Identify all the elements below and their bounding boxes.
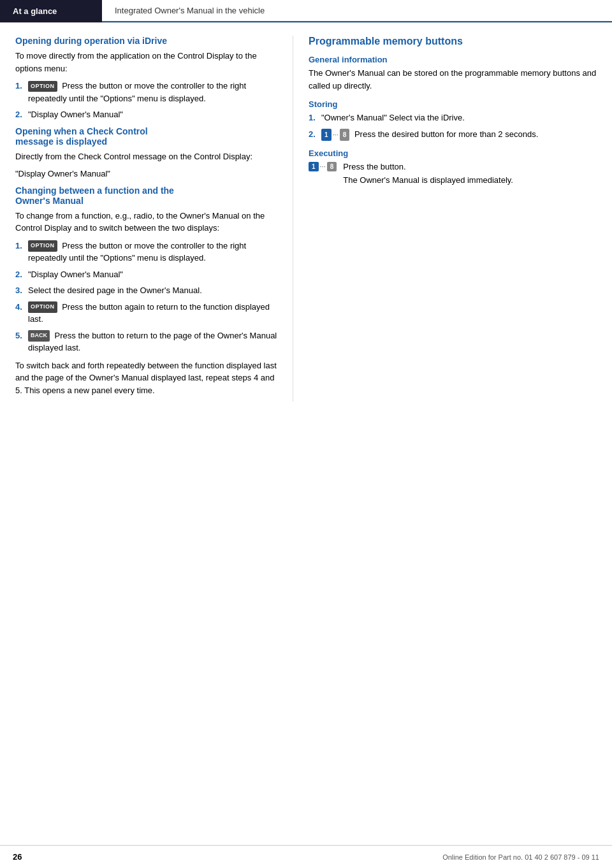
option-button-icon: OPTION bbox=[28, 301, 57, 313]
step-number: 2. bbox=[15, 108, 28, 121]
memory-button-icon-exec: 1 ··· 8 bbox=[309, 162, 337, 171]
list-item: 2. "Display Owner's Manual" bbox=[15, 108, 280, 121]
section-opening-idrive-title: Opening during operation via iDrive bbox=[15, 36, 280, 46]
executing-text1: Press the button. bbox=[343, 161, 513, 173]
left-column: Opening during operation via iDrive To m… bbox=[0, 36, 293, 401]
mem8-icon: 8 bbox=[340, 129, 350, 141]
step-number: 1. bbox=[309, 112, 321, 124]
section-check-control-quote: "Display Owner's Manual" bbox=[15, 168, 280, 180]
mem1-exec-icon: 1 bbox=[309, 162, 319, 171]
subsection-general-info: General information The Owner's Manual c… bbox=[309, 55, 599, 92]
subsection-storing: Storing 1. "Owner's Manual" Select via t… bbox=[309, 99, 599, 141]
subsection-general-info-text: The Owner's Manual can be stored on the … bbox=[309, 67, 599, 92]
option-button-icon: OPTION bbox=[28, 240, 57, 252]
step-number: 1. bbox=[15, 80, 28, 92]
step-content: "Display Owner's Manual" bbox=[28, 108, 280, 121]
section-check-control: Opening when a Check Controlmessage is d… bbox=[15, 126, 280, 180]
list-item: 2. 1 ··· 8 Press the desired button for … bbox=[309, 128, 599, 141]
page-header: At a glance Integrated Owner's Manual in… bbox=[0, 0, 612, 23]
section-changing-function-footer: To switch back and forth repeatedly betw… bbox=[15, 359, 280, 397]
option-button-icon: OPTION bbox=[28, 81, 57, 92]
page-wrapper: At a glance Integrated Owner's Manual in… bbox=[0, 0, 612, 868]
section-opening-idrive-steps: 1. OPTION Press the button or move the c… bbox=[15, 80, 280, 121]
step-number: 3. bbox=[15, 284, 28, 297]
step-number: 1. bbox=[15, 240, 28, 252]
back-button-icon: BACK bbox=[28, 330, 50, 342]
step-content: OPTION Press the button again to return … bbox=[28, 301, 280, 326]
main-content: Opening during operation via iDrive To m… bbox=[0, 23, 612, 414]
mem-dots-icon: ··· bbox=[333, 129, 339, 140]
list-item: 5. BACK Press the button to return to th… bbox=[15, 329, 280, 354]
list-item: 1. OPTION Press the button or move the c… bbox=[15, 240, 280, 264]
executing-text: Press the button. The Owner's Manual is … bbox=[343, 161, 513, 192]
step-content: OPTION Press the button or move the cont… bbox=[28, 80, 280, 105]
subsection-executing: Executing 1 ··· 8 Press the button. The … bbox=[309, 148, 599, 192]
executing-content: 1 ··· 8 Press the button. The Owner's Ma… bbox=[309, 161, 599, 192]
section-changing-function-title: Changing between a function and theOwner… bbox=[15, 185, 280, 206]
mem1-icon: 1 bbox=[321, 129, 332, 141]
header-right-tab: Integrated Owner's Manual in the vehicle bbox=[102, 0, 612, 22]
step-number: 2. bbox=[309, 128, 321, 141]
header-left-tab: At a glance bbox=[0, 0, 102, 22]
page-footer: 26 Online Edition for Part no. 01 40 2 6… bbox=[0, 845, 612, 868]
step-content: Select the desired page in the Owner's M… bbox=[28, 284, 280, 297]
section-programmable-memory: Programmable memory buttons General info… bbox=[309, 36, 599, 192]
footer-text: Online Edition for Part no. 01 40 2 607 … bbox=[442, 853, 599, 861]
subsection-storing-steps: 1. "Owner's Manual" Select via the iDriv… bbox=[309, 112, 599, 141]
header-right-label: Integrated Owner's Manual in the vehicle bbox=[115, 6, 265, 15]
list-item: 1. OPTION Press the button or move the c… bbox=[15, 80, 280, 105]
subsection-general-info-title: General information bbox=[309, 55, 599, 64]
list-item: 3. Select the desired page in the Owner'… bbox=[15, 284, 280, 297]
header-left-label: At a glance bbox=[13, 6, 57, 16]
executing-text2: The Owner's Manual is displayed immediat… bbox=[343, 174, 513, 187]
mem8-exec-icon: 8 bbox=[327, 162, 337, 171]
step-content: 1 ··· 8 Press the desired button for mor… bbox=[321, 128, 599, 141]
mem-dots-exec-icon: ··· bbox=[320, 163, 326, 170]
section-opening-idrive-intro: To move directly from the application on… bbox=[15, 50, 280, 75]
section-check-control-title: Opening when a Check Controlmessage is d… bbox=[15, 126, 280, 147]
section-programmable-title: Programmable memory buttons bbox=[309, 36, 599, 47]
list-item: 4. OPTION Press the button again to retu… bbox=[15, 301, 280, 326]
step-content: "Owner's Manual" Select via the iDrive. bbox=[321, 112, 599, 124]
step-number: 2. bbox=[15, 268, 28, 281]
step-content: BACK Press the button to return to the p… bbox=[28, 329, 280, 354]
footer-page-number: 26 bbox=[13, 852, 22, 862]
section-opening-idrive: Opening during operation via iDrive To m… bbox=[15, 36, 280, 121]
step-content: OPTION Press the button or move the cont… bbox=[28, 240, 280, 264]
subsection-executing-title: Executing bbox=[309, 148, 599, 158]
subsection-storing-title: Storing bbox=[309, 99, 599, 109]
section-changing-function-steps: 1. OPTION Press the button or move the c… bbox=[15, 240, 280, 354]
step-number: 4. bbox=[15, 301, 28, 314]
section-changing-function-intro: To change from a function, e.g., radio, … bbox=[15, 210, 280, 235]
list-item: 1. "Owner's Manual" Select via the iDriv… bbox=[309, 112, 599, 124]
step-number: 5. bbox=[15, 329, 28, 342]
step-content: "Display Owner's Manual" bbox=[28, 268, 280, 281]
memory-button-icon: 1 ··· 8 bbox=[321, 129, 349, 141]
list-item: 2. "Display Owner's Manual" bbox=[15, 268, 280, 281]
section-changing-function: Changing between a function and theOwner… bbox=[15, 185, 280, 397]
right-column: Programmable memory buttons General info… bbox=[293, 36, 612, 401]
section-check-control-intro: Directly from the Check Control message … bbox=[15, 150, 280, 163]
